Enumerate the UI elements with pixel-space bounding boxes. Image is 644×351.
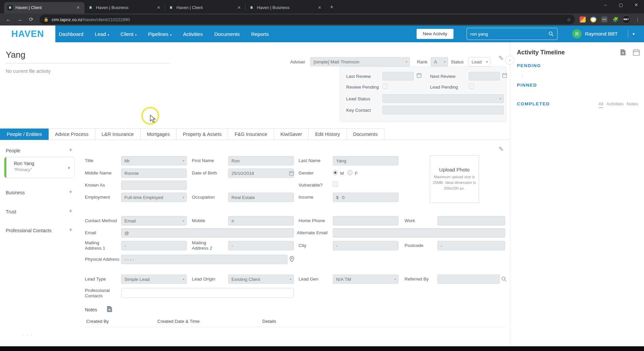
referred-by-input[interactable] — [437, 274, 500, 284]
adviser-select[interactable]: [simple] Matt Thomson▾ — [310, 57, 410, 66]
upload-photo-dropzone[interactable]: Upload Photo Maximum upload size is 25MB… — [430, 155, 479, 203]
tab-people-entities[interactable]: People / Entities — [0, 129, 49, 140]
calendar-icon[interactable] — [289, 171, 294, 176]
nav-reports[interactable]: Reports — [251, 31, 269, 37]
person-card-ron-yang[interactable]: Ron Yang "Primary" › — [4, 157, 75, 178]
tab-property-assets[interactable]: Property & Assets — [176, 129, 228, 140]
browser-tab-1[interactable]: Haven | Client ✕ — [4, 2, 85, 13]
home-phone-input[interactable] — [333, 216, 398, 225]
filter-activities[interactable]: Activities — [606, 101, 624, 108]
postcode-input[interactable]: - — [437, 241, 505, 250]
mobile-input[interactable]: # — [228, 216, 294, 225]
edit-pencil-icon[interactable]: ✎ — [498, 145, 504, 153]
map-pin-icon[interactable] — [289, 256, 294, 262]
extension-icon[interactable] — [590, 16, 596, 22]
lead-type-select[interactable]: Simple Lead▾ — [121, 274, 187, 284]
status-dropdown-button[interactable]: Lead▾ — [468, 57, 490, 66]
tab-close-icon[interactable]: ✕ — [317, 5, 323, 11]
known-as-input[interactable] — [121, 181, 187, 190]
add-business-button[interactable]: + — [69, 188, 72, 196]
gender-male-radio[interactable] — [333, 170, 338, 175]
nav-lead[interactable]: Lead▾ — [95, 31, 109, 37]
lead-pending-checkbox[interactable] — [469, 84, 474, 89]
key-contact-input[interactable] — [382, 106, 504, 114]
lead-origin-select[interactable]: Existing Client▾ — [228, 274, 294, 284]
filter-notes[interactable]: Notes — [627, 101, 638, 108]
chevron-right-icon[interactable]: › — [68, 164, 70, 170]
alternate-email-input[interactable] — [333, 228, 505, 238]
panel-collapse-button[interactable]: › — [505, 56, 514, 65]
next-review-input[interactable] — [469, 72, 500, 81]
nav-dashboard[interactable]: Dashboard — [59, 31, 83, 37]
calendar-icon[interactable] — [633, 49, 640, 56]
pending-section-header[interactable]: PENDING — [517, 63, 541, 68]
income-input[interactable]: $0 — [333, 193, 398, 202]
refresh-button[interactable]: ⟳ — [27, 15, 36, 24]
contact-method-select[interactable]: Email▾ — [121, 216, 187, 225]
window-minimize-button[interactable]: – — [598, 0, 613, 10]
email-input[interactable]: @ — [121, 228, 294, 238]
occupation-input[interactable]: Real Estate — [228, 193, 294, 202]
middle-name-input[interactable]: Ronnie — [121, 168, 187, 178]
bookmark-star-icon[interactable]: ☆ — [567, 17, 571, 22]
calendar-icon[interactable] — [502, 73, 507, 78]
search-icon[interactable] — [501, 276, 507, 282]
tab-close-icon[interactable]: ✕ — [156, 5, 162, 11]
add-note-icon[interactable] — [107, 306, 112, 312]
city-input[interactable]: - — [333, 241, 398, 250]
global-search-input[interactable]: ron yang — [467, 28, 557, 40]
employment-select[interactable]: Full-time Employed▾ — [121, 193, 187, 202]
gender-female-radio[interactable] — [347, 170, 353, 175]
first-name-input[interactable]: Ron — [228, 156, 294, 165]
user-menu-chevron-icon[interactable]: ▼ — [632, 32, 635, 36]
add-professional-contact-button[interactable]: + — [69, 226, 72, 234]
extension-dots-icon[interactable]: ••• — [601, 16, 607, 22]
haven-logo[interactable]: HAVEN — [0, 26, 55, 42]
nav-client[interactable]: Client▾ — [120, 31, 137, 37]
dob-input[interactable]: 25/10/2018 — [228, 168, 294, 178]
lead-gen-select[interactable]: N/A TM▾ — [333, 274, 398, 284]
browser-tab-2[interactable]: Haven | Business ✕ — [85, 2, 165, 13]
mailing-address1-input[interactable]: - — [121, 241, 187, 250]
lead-status-select[interactable]: ▾ — [382, 94, 504, 103]
mailing-address2-input[interactable]: - — [228, 241, 294, 250]
completed-section-header[interactable]: COMPLETED — [517, 101, 550, 106]
forward-button[interactable]: → — [15, 15, 24, 24]
nav-documents[interactable]: Documents — [214, 31, 240, 37]
add-person-button[interactable]: + — [69, 146, 72, 154]
last-review-input[interactable] — [382, 72, 414, 81]
browser-tab-4[interactable]: Haven | Business ✕ — [246, 2, 326, 13]
pinned-section-header[interactable]: PINNED — [517, 83, 537, 88]
window-maximize-button[interactable]: ▢ — [613, 0, 629, 10]
add-trust-button[interactable]: + — [69, 207, 72, 215]
rank-select[interactable]: A▾ — [431, 57, 448, 66]
extension-icon[interactable] — [580, 16, 586, 22]
tab-close-icon[interactable]: ✕ — [75, 5, 81, 11]
physical-address-input[interactable]: - - - - — [121, 255, 287, 264]
nav-pipelines[interactable]: Pipelines▾ — [148, 31, 171, 37]
tab-close-icon[interactable]: ✕ — [236, 5, 242, 11]
tab-edit-history[interactable]: Edit History — [309, 129, 346, 140]
search-icon[interactable] — [548, 31, 554, 37]
new-tab-button[interactable]: + — [328, 3, 336, 11]
new-activity-button[interactable]: New Activity — [417, 29, 453, 39]
browser-menu-icon[interactable]: ⋮ — [635, 15, 640, 24]
tab-fg-insurance[interactable]: F&G Insurance — [228, 129, 274, 140]
title-select[interactable]: Mr▾ — [121, 156, 187, 165]
tab-documents[interactable]: Documents — [347, 129, 384, 140]
user-avatar[interactable]: R — [572, 29, 582, 39]
last-name-input[interactable]: Yang — [333, 156, 398, 165]
address-bar[interactable]: 🔒 crm.tapnz.co.nz/haven/client/210222890… — [40, 15, 575, 24]
add-note-icon[interactable] — [620, 49, 626, 56]
tab-mortgages[interactable]: Mortgages — [141, 129, 177, 140]
vulnerable-checkbox[interactable] — [333, 182, 338, 187]
tab-lr-insurance[interactable]: L&R Insurance — [95, 129, 141, 140]
filter-all[interactable]: All — [598, 101, 603, 108]
edit-pencil-icon[interactable]: ✎ — [498, 54, 504, 62]
calendar-icon[interactable] — [417, 73, 422, 78]
tab-kiwisaver[interactable]: KiwiSaver — [274, 129, 309, 140]
nav-activities[interactable]: Activities — [183, 31, 203, 37]
review-pending-checkbox[interactable] — [382, 84, 388, 89]
tab-advice-process[interactable]: Advice Process — [49, 129, 95, 140]
browser-profile-avatar[interactable]: BBT — [622, 15, 630, 23]
